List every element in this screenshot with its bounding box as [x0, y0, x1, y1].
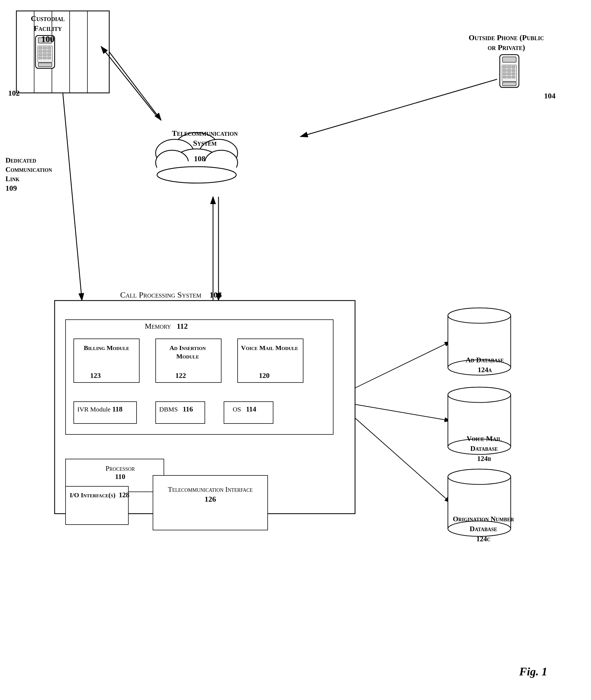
svg-rect-22: [503, 57, 516, 62]
voice-mail-module-ref: 120: [259, 372, 270, 380]
svg-line-45: [109, 52, 161, 120]
billing-module-ref: 123: [90, 372, 101, 380]
processor-text: Processor: [106, 464, 135, 472]
svg-rect-55: [66, 320, 333, 434]
ad-database-ref: 124a: [478, 366, 492, 374]
svg-rect-32: [512, 73, 515, 75]
svg-line-50: [63, 93, 82, 301]
voice-mail-db-text: Voice Mail Database: [467, 435, 502, 452]
svg-rect-11: [39, 50, 42, 53]
svg-point-76: [448, 469, 511, 485]
processor-ref: 110: [115, 473, 125, 481]
svg-rect-34: [508, 76, 511, 78]
svg-rect-16: [48, 54, 51, 56]
svg-point-69: [448, 387, 511, 402]
svg-rect-9: [43, 47, 47, 49]
svg-rect-12: [43, 50, 47, 53]
telecom-interface-label: Telecommunication Interface 126: [157, 485, 264, 504]
ad-insertion-ref: 122: [175, 372, 186, 380]
telecom-system-label: Telecommunication System: [167, 128, 243, 148]
outside-phone-text: Outside Phone (Public or Private): [469, 33, 544, 52]
custodial-facility-ref: 100: [41, 34, 54, 44]
svg-rect-10: [48, 47, 51, 49]
io-interface-ref: 128: [119, 491, 129, 499]
svg-rect-26: [512, 66, 515, 68]
svg-point-40: [172, 149, 221, 179]
svg-point-73: [448, 469, 511, 485]
svg-line-46: [101, 47, 156, 115]
diagram-container: Custodial Facility 100 102 Outside Phone…: [0, 0, 591, 700]
telecom-interface-ref: 126: [205, 495, 216, 503]
svg-rect-28: [508, 69, 511, 72]
svg-point-72: [448, 387, 511, 402]
dbms-text: DBMS: [159, 406, 178, 413]
svg-line-47: [301, 79, 497, 137]
dedicated-link-ref: 109: [5, 184, 17, 192]
svg-point-65: [448, 308, 511, 323]
origination-db-text: Origination Number Database: [453, 515, 514, 533]
svg-rect-43: [157, 161, 236, 178]
voice-mail-db-ref: 124b: [477, 455, 491, 462]
svg-point-42: [205, 150, 238, 175]
telecom-system-text: Telecommunication System: [172, 129, 238, 147]
svg-line-53: [355, 418, 451, 503]
svg-rect-20: [38, 63, 52, 67]
svg-point-41: [156, 150, 188, 175]
voice-mail-module-label: Voice Mail Module: [241, 344, 298, 352]
svg-rect-17: [39, 57, 42, 59]
ivr-label: IVR Module 118: [77, 405, 123, 413]
svg-rect-23: [502, 65, 517, 81]
svg-rect-8: [39, 47, 42, 49]
os-label: OS 114: [233, 405, 256, 413]
origination-db-label: Origination Number Database 124c: [450, 514, 517, 544]
svg-point-44: [157, 167, 236, 183]
ad-database-text: Ad Database: [466, 356, 504, 364]
svg-rect-35: [512, 76, 515, 78]
dedicated-link-label: Dedicated Communication Link 109: [5, 156, 66, 193]
ivr-ref: 118: [112, 405, 123, 413]
svg-rect-24: [503, 66, 506, 68]
svg-rect-25: [508, 66, 511, 68]
billing-module-text: Billing Module: [84, 344, 129, 352]
svg-rect-13: [48, 50, 51, 53]
custodial-facility-text: Custodial Facility: [31, 14, 65, 33]
svg-rect-33: [503, 76, 506, 78]
os-text: OS: [233, 406, 241, 413]
ivr-text: IVR Module: [77, 406, 111, 413]
custodial-phone-ref: 102: [8, 89, 20, 98]
svg-rect-29: [512, 69, 515, 72]
svg-rect-14: [39, 54, 42, 56]
voice-mail-module-text: Voice Mail Module: [241, 344, 298, 352]
memory-text: Memory: [145, 322, 171, 330]
telecom-system-ref: 108: [194, 154, 205, 163]
io-interface-label: I/O Interface(s) 128: [70, 491, 129, 500]
svg-point-68: [448, 308, 511, 323]
dbms-ref: 116: [183, 405, 193, 413]
call-processing-label: Call Processing System 106: [120, 290, 222, 300]
svg-rect-27: [503, 69, 506, 72]
memory-label: Memory 112: [145, 322, 188, 331]
memory-ref: 112: [177, 322, 188, 330]
ad-insertion-label: Ad Insertion Module: [159, 344, 216, 361]
svg-rect-18: [43, 57, 47, 59]
origination-db-ref: 124c: [476, 535, 490, 543]
svg-rect-21: [500, 55, 519, 87]
processor-label: Processor 110: [82, 464, 158, 481]
telecom-interface-text: Telecommunication Interface: [168, 486, 253, 494]
dedicated-link-text: Dedicated Communication Link: [5, 156, 52, 183]
svg-line-52: [355, 404, 451, 421]
svg-rect-15: [43, 54, 47, 56]
svg-rect-30: [503, 73, 506, 75]
ad-database-label: Ad Database 124a: [453, 355, 516, 375]
svg-rect-7: [38, 46, 53, 62]
call-processing-text: Call Processing System: [120, 290, 201, 299]
outside-phone-label: Outside Phone (Public or Private): [468, 33, 544, 53]
custodial-facility-label: Custodial Facility 100: [18, 14, 78, 45]
io-interface-text: I/O Interface(s): [70, 492, 116, 499]
svg-rect-19: [48, 57, 51, 59]
billing-module-label: Billing Module: [79, 344, 134, 352]
os-ref: 114: [246, 405, 256, 413]
figure-label: Fig. 1: [519, 665, 547, 678]
svg-rect-36: [503, 82, 516, 86]
call-processing-ref: 106: [209, 290, 222, 299]
